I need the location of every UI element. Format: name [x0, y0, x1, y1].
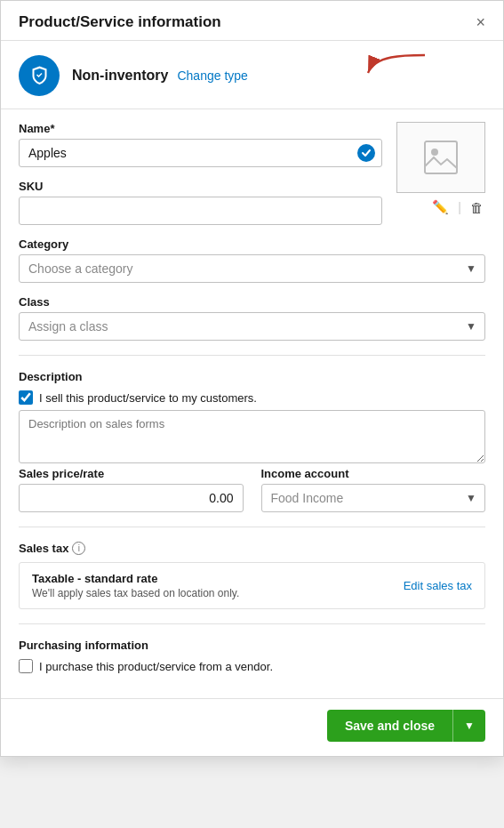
class-select-wrap: Assign a class ▼	[19, 312, 485, 341]
modal-title: Product/Service information	[19, 13, 221, 31]
image-icon	[423, 140, 459, 175]
name-field-row: Name*	[19, 122, 382, 167]
type-icon	[19, 55, 60, 96]
sales-tax-row: Sales tax i Taxable - standard rate We'l…	[19, 542, 485, 609]
type-row: Non-inventory Change type	[1, 41, 503, 109]
delete-image-button[interactable]: 🗑	[468, 198, 485, 217]
description-textarea[interactable]	[19, 410, 485, 463]
edit-image-button[interactable]: ✏️	[430, 197, 451, 217]
income-account-col: Income account Food Income ▼	[261, 467, 486, 512]
description-section: Description I sell this product/service …	[19, 370, 485, 467]
sales-price-income-row: Sales price/rate Income account Food Inc…	[19, 467, 485, 512]
product-service-modal: Product/Service information × Non-invent…	[0, 0, 504, 757]
package-icon	[28, 65, 50, 86]
name-check-icon	[357, 144, 375, 162]
image-actions: ✏️ | 🗑	[396, 197, 485, 217]
divider-1	[19, 355, 485, 356]
sales-price-label: Sales price/rate	[19, 467, 244, 480]
name-sku-left: Name* SKU	[19, 122, 382, 237]
name-label: Name*	[19, 122, 382, 135]
sales-tax-info-icon: i	[72, 542, 85, 555]
class-label: Class	[19, 295, 485, 309]
sell-checkbox-row: I sell this product/service to my custom…	[19, 390, 485, 405]
image-actions-divider: |	[458, 200, 461, 214]
description-label: Description	[19, 370, 485, 383]
name-input-wrap	[19, 139, 382, 167]
category-select[interactable]: Choose a category	[19, 254, 485, 283]
class-select[interactable]: Assign a class	[19, 312, 485, 341]
type-label: Non-inventory	[72, 68, 168, 84]
sales-tax-header: Sales tax i	[19, 542, 485, 555]
divider-3	[19, 623, 485, 624]
sales-tax-title: Taxable - standard rate	[32, 572, 239, 585]
edit-sales-tax-link[interactable]: Edit sales tax	[404, 579, 472, 592]
sales-price-col: Sales price/rate	[19, 467, 244, 512]
save-close-wrap: Save and close ▼	[327, 710, 485, 742]
close-button[interactable]: ×	[476, 14, 485, 30]
arrow-svg	[361, 52, 432, 87]
name-input[interactable]	[19, 139, 382, 167]
income-account-select-wrap: Food Income ▼	[261, 484, 486, 512]
class-row: Class Assign a class ▼	[19, 295, 485, 341]
sku-field-row: SKU	[19, 180, 382, 225]
category-label: Category	[19, 237, 485, 251]
description-textarea-wrap	[19, 410, 485, 467]
form-body: Name* SKU	[1, 109, 503, 698]
sell-checkbox-label[interactable]: I sell this product/service to my custom…	[39, 391, 257, 405]
save-close-dropdown-button[interactable]: ▼	[452, 710, 485, 742]
modal-header: Product/Service information ×	[1, 1, 503, 41]
category-row: Category Choose a category ▼	[19, 237, 485, 283]
svg-point-2	[431, 149, 438, 156]
image-section: ✏️ | 🗑	[396, 122, 485, 217]
income-account-label: Income account	[261, 467, 486, 480]
purchase-checkbox-label[interactable]: I purchase this product/service from a v…	[39, 660, 273, 673]
svg-rect-1	[425, 141, 457, 173]
sales-tax-info: Taxable - standard rate We'll apply sale…	[32, 572, 239, 599]
divider-2	[19, 527, 485, 527]
change-type-link[interactable]: Change type	[177, 68, 247, 83]
sku-label: SKU	[19, 180, 382, 193]
income-account-select[interactable]: Food Income	[261, 484, 486, 512]
sell-checkbox[interactable]	[19, 390, 33, 405]
sales-tax-sub: We'll apply sales tax based on location …	[32, 587, 239, 599]
purchase-checkbox-row: I purchase this product/service from a v…	[19, 659, 485, 673]
purchase-checkbox[interactable]	[19, 659, 33, 673]
purchasing-label: Purchasing information	[19, 639, 485, 652]
modal-footer: Save and close ▼	[1, 698, 503, 756]
sales-tax-label: Sales tax	[19, 542, 68, 555]
checkmark-icon	[361, 148, 372, 158]
sales-tax-box: Taxable - standard rate We'll apply sale…	[19, 562, 485, 609]
sku-input[interactable]	[19, 197, 382, 225]
arrow-indicator	[361, 52, 432, 91]
save-close-button[interactable]: Save and close	[327, 710, 452, 742]
purchasing-row: Purchasing information I purchase this p…	[19, 639, 485, 673]
name-image-section: Name* SKU	[19, 122, 485, 237]
sales-price-input[interactable]	[19, 484, 244, 512]
category-select-wrap: Choose a category ▼	[19, 254, 485, 283]
image-placeholder	[396, 122, 485, 193]
